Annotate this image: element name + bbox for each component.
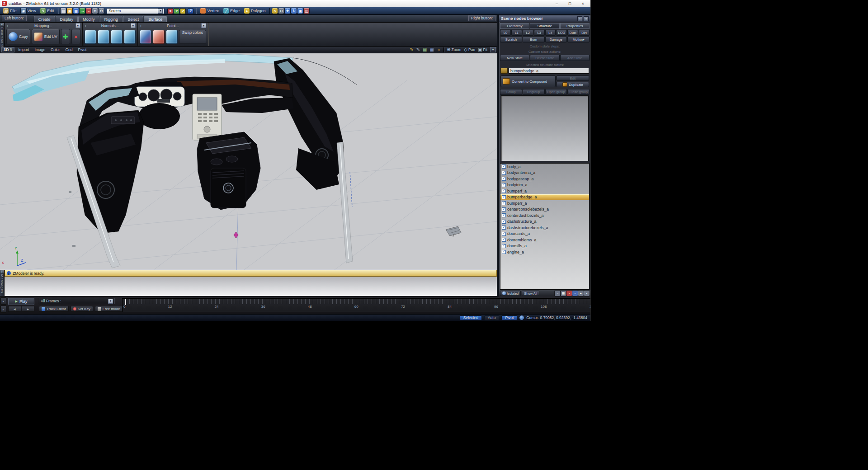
messages-log-area[interactable] bbox=[5, 277, 497, 296]
scale-tool-icon[interactable]: ▣ bbox=[297, 8, 303, 14]
tab-hierarchy[interactable]: Hierarchy bbox=[500, 23, 529, 29]
draw-icon[interactable]: ✎ bbox=[410, 47, 413, 52]
lod-l1-button[interactable]: L1 bbox=[511, 30, 522, 36]
normals-flip-icon[interactable] bbox=[98, 30, 109, 44]
axis-z-toggle[interactable]: Z bbox=[180, 8, 186, 14]
close-button[interactable]: × bbox=[576, 0, 590, 7]
node-visibility-checkbox[interactable] bbox=[502, 201, 506, 205]
z-depth-icon[interactable]: Z bbox=[188, 8, 193, 14]
convert-to-compound-button[interactable]: Convert to Compound bbox=[500, 75, 556, 87]
normals-smooth-icon[interactable] bbox=[111, 30, 123, 44]
delete-mapping-button[interactable]: × bbox=[71, 29, 80, 44]
lod-l4-button[interactable]: L4 bbox=[545, 30, 556, 36]
view-mode-label[interactable]: 3D⇅ bbox=[1, 47, 14, 52]
tab-structure[interactable]: Structure bbox=[530, 23, 559, 29]
scene-node-row[interactable]: centerconsolebezels_a bbox=[500, 207, 589, 213]
lod-lod-button[interactable]: LOD bbox=[556, 30, 567, 36]
node-visibility-checkbox[interactable] bbox=[502, 171, 506, 175]
selected-node-field[interactable]: bumperbadge_a bbox=[509, 68, 589, 74]
mapping-section-header[interactable]: Mapping... bbox=[6, 23, 80, 28]
open-group-button[interactable]: Open group bbox=[545, 89, 567, 95]
chevron-down-icon[interactable] bbox=[131, 23, 136, 28]
step-forward-icon[interactable]: ▶ bbox=[22, 306, 35, 312]
node-visibility-checkbox[interactable] bbox=[502, 226, 506, 230]
free-mode-button[interactable]: Free mode bbox=[95, 306, 123, 312]
collapse-all-icon[interactable]: ▪ bbox=[584, 291, 590, 296]
pivot-mode-button[interactable]: Pivot bbox=[501, 315, 517, 320]
tab-modify[interactable]: Modify bbox=[78, 16, 99, 22]
selected-mode-button[interactable]: Selected bbox=[460, 315, 482, 320]
motion-button[interactable]: Motion bbox=[567, 37, 590, 42]
frame-ruler[interactable]: 01224364860728496108120 bbox=[122, 298, 591, 312]
set-key-button[interactable]: Set Key bbox=[71, 306, 93, 312]
world-space-icon[interactable] bbox=[519, 315, 524, 320]
node-visibility-checkbox[interactable] bbox=[502, 220, 506, 224]
tab-properties[interactable]: Properties bbox=[560, 23, 590, 29]
scene-node-row[interactable]: bodytrim_a bbox=[500, 182, 589, 188]
uv-toggle-icon[interactable]: U bbox=[278, 8, 284, 14]
scene-node-row[interactable]: bumperbadge_a bbox=[500, 194, 589, 201]
screen-mode-dropdown[interactable]: Screen bbox=[107, 8, 165, 14]
duplicate-button[interactable]: Duplicate bbox=[557, 82, 589, 87]
scratch-button[interactable]: Scratch bbox=[500, 37, 522, 42]
open-file-icon[interactable]: ▣ bbox=[67, 8, 72, 14]
export-icon[interactable]: ← bbox=[86, 8, 91, 14]
tab-surface[interactable]: Surface bbox=[144, 16, 167, 22]
layers-icon[interactable]: ≡ bbox=[572, 291, 578, 296]
node-visibility-checkbox[interactable] bbox=[502, 213, 506, 217]
ungroup-button[interactable]: Ungroup bbox=[523, 89, 545, 95]
add-mapping-button[interactable]: ✚ bbox=[61, 29, 70, 44]
dock-grip-icon[interactable]: ▸ bbox=[0, 270, 4, 273]
maximize-button[interactable]: □ bbox=[563, 0, 576, 7]
node-visibility-checkbox[interactable] bbox=[502, 250, 506, 254]
scene-node-row[interactable]: dooremblems_a bbox=[500, 237, 589, 243]
viewport-options-dropdown[interactable] bbox=[490, 47, 496, 52]
axis-y-toggle[interactable]: Y bbox=[174, 8, 179, 14]
import-icon[interactable]: → bbox=[80, 8, 85, 14]
viewport-menu-grid[interactable]: Grid bbox=[65, 47, 72, 52]
paint-section-header[interactable]: Paint... bbox=[140, 23, 206, 28]
tab-create[interactable]: Create bbox=[34, 16, 55, 22]
normals-icon[interactable]: N bbox=[272, 8, 278, 14]
edit-uv-button[interactable]: Edit UV bbox=[32, 29, 60, 44]
lod-l2-button[interactable]: L2 bbox=[523, 30, 533, 36]
new-state-button[interactable]: New State bbox=[500, 55, 529, 61]
move-tool-icon[interactable]: ✚ bbox=[285, 8, 290, 14]
close-group-button[interactable]: Close group bbox=[567, 89, 590, 95]
group-button[interactable]: Group bbox=[500, 89, 522, 95]
axis-x-toggle[interactable]: X bbox=[167, 8, 173, 14]
copy-mapping-button[interactable]: Copy bbox=[6, 29, 30, 44]
node-folder-icon[interactable] bbox=[500, 68, 508, 74]
erase-icon[interactable]: ✎ bbox=[416, 47, 420, 52]
paint-brush-icon[interactable] bbox=[166, 30, 178, 44]
node-visibility-checkbox[interactable] bbox=[502, 238, 506, 242]
paint-bucket-icon[interactable] bbox=[153, 30, 165, 44]
auto-mode-button[interactable]: Auto bbox=[484, 315, 500, 320]
timeline-collapse-icon[interactable]: ▸ bbox=[0, 297, 6, 305]
node-visibility-checkbox[interactable] bbox=[502, 195, 506, 199]
edit-button[interactable]: Edit bbox=[557, 75, 589, 81]
scene-node-row[interactable]: bumperf_a bbox=[500, 188, 589, 194]
pin-panel-icon[interactable]: ▪ bbox=[577, 16, 582, 21]
dirt-button[interactable]: Dirt bbox=[579, 30, 590, 36]
show-all-button[interactable]: Show All bbox=[522, 291, 539, 296]
scene-node-row[interactable]: centerdashbezels_a bbox=[500, 212, 589, 219]
dust-button[interactable]: Dust bbox=[567, 30, 578, 36]
grid-view-icon[interactable]: ▦ bbox=[561, 291, 566, 296]
viewport-3d-canvas[interactable]: Y Z x bbox=[0, 53, 497, 270]
timeline-options-icon[interactable]: ▸ bbox=[0, 306, 6, 313]
light-icon[interactable]: ☼ bbox=[437, 47, 441, 52]
add-state-button[interactable]: Add State bbox=[560, 55, 590, 61]
dock-grip-icon[interactable]: ▸ bbox=[0, 23, 4, 26]
burn-button[interactable]: Burn bbox=[523, 37, 545, 42]
isolated-button[interactable]: Isolated bbox=[500, 291, 521, 296]
frames-range-dropdown[interactable]: All Frames : bbox=[39, 298, 115, 304]
viewport-menu-pivot[interactable]: Pivot bbox=[78, 47, 86, 52]
viewport-menu-import[interactable]: Import bbox=[18, 47, 29, 52]
play-button[interactable]: Play bbox=[8, 298, 34, 305]
viewport-3d[interactable]: Y Z x bbox=[0, 53, 497, 270]
chevron-down-icon[interactable] bbox=[75, 23, 80, 28]
node-visibility-checkbox[interactable] bbox=[502, 244, 506, 248]
vertex-mode-button[interactable]: ∙ Vertex bbox=[198, 8, 221, 14]
scene-node-row[interactable]: engine_a bbox=[500, 249, 589, 255]
